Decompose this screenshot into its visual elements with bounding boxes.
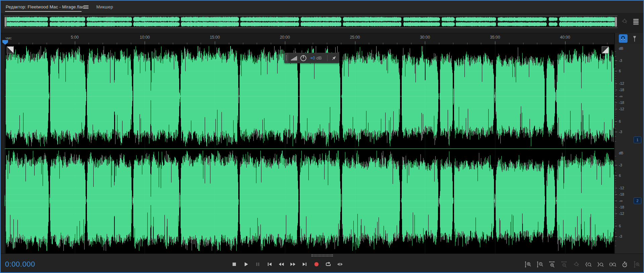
playhead-line <box>5 44 5 254</box>
zoom-out-full-icon[interactable] <box>621 17 629 27</box>
timeline-ruler[interactable]: чмс 5:0010:0015:0020:0025:0030:0035:0040… <box>1 33 614 44</box>
db-tick <box>615 169 616 169</box>
tab-editor[interactable]: Редактор: Fleetwood Mac - Mirage.flac <box>6 4 84 9</box>
db-tick <box>615 219 616 219</box>
db-tick <box>615 51 616 52</box>
zoom-in-amplitude-button[interactable] <box>524 261 532 268</box>
overview-right-handle[interactable] <box>615 17 617 27</box>
tab-mixer[interactable]: Микшер <box>96 4 113 9</box>
db-tick <box>615 193 616 193</box>
db-tick <box>615 112 616 112</box>
stopwatch-icon[interactable] <box>621 261 629 268</box>
db-tick <box>615 215 616 215</box>
channel-1-badge[interactable]: 1 <box>634 136 641 143</box>
fade-in-handle[interactable] <box>7 46 14 53</box>
record-button[interactable] <box>312 260 320 268</box>
db-tick <box>615 74 616 74</box>
db-ruler-label: -18 <box>619 88 624 92</box>
overview-left-handle[interactable] <box>4 17 7 27</box>
skip-selection-button[interactable] <box>336 260 344 268</box>
skip-to-start-button[interactable] <box>265 260 274 268</box>
db-tick <box>615 64 616 65</box>
db-tick <box>615 191 616 191</box>
rewind-button[interactable] <box>277 260 285 268</box>
db-tick <box>615 192 616 192</box>
ruler-tick <box>495 41 495 44</box>
db-tick <box>615 85 616 85</box>
zoom-toolbar <box>524 261 641 268</box>
gain-knob-icon[interactable] <box>299 54 307 62</box>
db-tick <box>615 114 616 114</box>
zoom-out-amplitude-button[interactable] <box>536 261 544 268</box>
stop-button[interactable] <box>230 260 238 268</box>
amplitude-ruler-panel[interactable]: dB-3-366-12-12-18-18-∞dB-3-366-12-12-18-… <box>614 44 643 254</box>
db-tick <box>615 185 616 185</box>
db-tick <box>615 241 616 241</box>
gain-value[interactable]: +0 <box>310 55 315 61</box>
db-ruler-header: dB <box>619 151 623 155</box>
zoom-to-in-point-button[interactable] <box>585 261 592 268</box>
db-tick <box>615 119 616 119</box>
db-tick <box>615 189 616 190</box>
db-tick <box>615 109 617 109</box>
zoom-at-playhead-button[interactable] <box>633 261 641 268</box>
db-tick <box>615 99 616 100</box>
waveform-editor[interactable] <box>5 44 614 254</box>
db-tick <box>615 108 616 108</box>
db-tick <box>615 204 616 204</box>
panel-tab-bar: Редактор: Fleetwood Mac - Mirage.flac Ми… <box>1 1 643 13</box>
channel-2-badge[interactable]: 2 <box>634 197 641 204</box>
fade-out-handle[interactable] <box>602 46 609 53</box>
ruler-time-label: 5:00 <box>71 35 79 40</box>
db-tick <box>615 103 617 103</box>
zoom-out-full-button[interactable] <box>573 261 580 268</box>
db-tick <box>615 68 616 68</box>
db-tick <box>615 178 616 179</box>
overview-waveform[interactable] <box>4 16 617 28</box>
loop-playback-button[interactable] <box>324 260 332 268</box>
db-tick <box>615 213 617 214</box>
db-tick <box>615 82 616 82</box>
db-tick <box>615 91 616 91</box>
db-tick <box>615 106 616 107</box>
time-format-label: чмс <box>5 36 12 40</box>
zoom-out-time-button[interactable] <box>560 261 568 268</box>
ruler-tick <box>285 41 285 44</box>
ruler-right-tools <box>614 33 643 44</box>
db-tick <box>615 161 616 161</box>
snap-magnet-icon[interactable] <box>619 34 628 43</box>
db-ruler-label: -12 <box>619 211 624 216</box>
db-tick <box>615 87 616 87</box>
db-tick <box>615 96 617 96</box>
overview-menu-icon[interactable] <box>632 17 640 27</box>
db-tick <box>615 136 616 136</box>
db-ruler-label: 6 <box>619 173 621 178</box>
overview-scrollbar[interactable] <box>4 16 617 28</box>
db-tick <box>615 116 616 117</box>
db-ruler-label: -3 <box>619 130 622 134</box>
fast-forward-button[interactable] <box>289 260 297 268</box>
zoom-in-time-button[interactable] <box>548 261 556 268</box>
db-tick <box>615 183 616 183</box>
db-tick <box>615 90 617 90</box>
hud-drag-grip[interactable] <box>285 53 289 63</box>
current-time-display[interactable]: 0:00.000 <box>5 260 35 269</box>
ruler-time-label: 10:00 <box>140 35 150 40</box>
resize-grip[interactable] <box>311 255 333 257</box>
db-tick <box>615 101 616 102</box>
zoom-to-out-point-button[interactable] <box>597 261 604 268</box>
marker-pin-icon[interactable] <box>631 35 639 44</box>
skip-to-end-button[interactable] <box>301 260 309 268</box>
pin-icon[interactable] <box>331 55 337 61</box>
pause-button[interactable] <box>254 260 262 268</box>
db-tick <box>615 196 616 196</box>
db-tick <box>615 211 616 211</box>
ruler-time-label: 30:00 <box>420 35 430 40</box>
play-button[interactable] <box>242 260 250 268</box>
ruler-tick <box>75 41 75 44</box>
waveform-canvas[interactable] <box>5 44 614 254</box>
panel-menu-icon[interactable] <box>84 5 89 9</box>
db-tick <box>615 246 616 246</box>
gain-hud[interactable]: +0 dB <box>284 53 339 63</box>
zoom-to-selection-button[interactable] <box>609 261 616 268</box>
